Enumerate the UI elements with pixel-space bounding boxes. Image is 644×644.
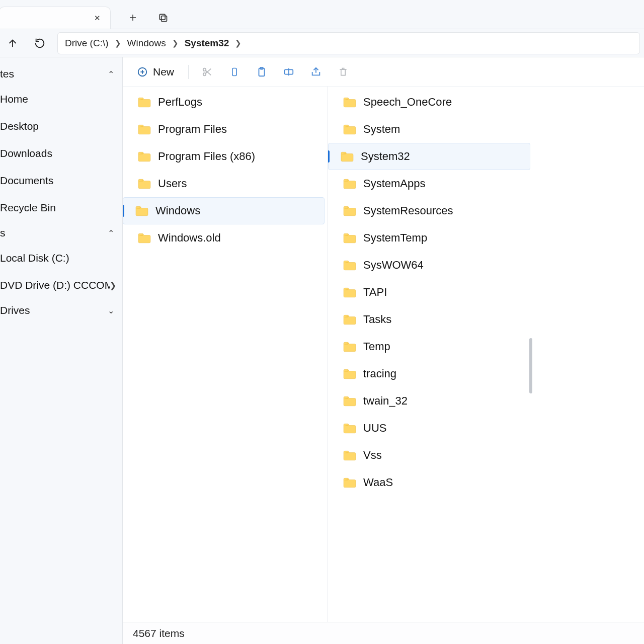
chevron-up-icon: ⌃: [108, 69, 114, 79]
folder-icon: [138, 232, 151, 244]
folder-row[interactable]: Program Files: [123, 116, 328, 143]
close-tab-button[interactable]: ✕: [90, 11, 104, 25]
folder-row[interactable]: SystemTemp: [328, 224, 533, 252]
folder-icon: [343, 287, 356, 298]
folder-row[interactable]: System32: [328, 143, 530, 170]
folder-icon: [135, 205, 148, 216]
folder-row[interactable]: WaaS: [328, 469, 533, 496]
folder-row[interactable]: tracing: [328, 360, 533, 387]
folder-row[interactable]: PerfLogs: [123, 89, 328, 116]
rename-button[interactable]: [280, 63, 297, 80]
folder-row[interactable]: System: [328, 116, 533, 143]
folder-icon: [343, 260, 356, 271]
sidebar-item[interactable]: Recycle Bin: [0, 194, 122, 221]
item-count: 4567 items: [133, 627, 185, 639]
copy-button[interactable]: [226, 63, 243, 80]
share-button[interactable]: [307, 63, 325, 80]
folder-name: Speech_OneCore: [363, 96, 452, 109]
chevron-right-icon: ❯: [169, 39, 182, 48]
sidebar-section-favorites[interactable]: tes ⌃: [0, 62, 122, 86]
folder-row[interactable]: SystemResources: [328, 197, 533, 224]
sidebar-item[interactable]: Downloads: [0, 140, 122, 167]
status-bar: 4567 items: [123, 622, 644, 644]
breadcrumb-segment[interactable]: Drive (C:\): [63, 36, 111, 51]
sidebar-item-label: Downloads: [0, 147, 52, 159]
sidebar-item[interactable]: Documents: [0, 167, 122, 194]
folder-name: SysWOW64: [363, 259, 424, 272]
refresh-button[interactable]: [30, 34, 49, 53]
folder-icon: [343, 124, 356, 135]
folder-name: SystemResources: [363, 204, 453, 217]
folder-icon: [343, 477, 356, 488]
paste-button[interactable]: [253, 63, 270, 80]
column-drive-root[interactable]: PerfLogsProgram FilesProgram Files (x86)…: [123, 87, 328, 622]
up-button[interactable]: [3, 34, 22, 53]
plus-icon: [128, 13, 137, 22]
folder-name: Windows.old: [158, 231, 221, 245]
folder-row[interactable]: Program Files (x86): [123, 143, 328, 170]
clipboard-icon: [256, 66, 267, 78]
sidebar-section-thispc[interactable]: s ⌃: [0, 221, 122, 245]
share-icon: [310, 66, 321, 77]
folder-row[interactable]: SysWOW64: [328, 252, 533, 279]
breadcrumb-segment-current[interactable]: System32: [183, 36, 231, 51]
folder-row[interactable]: Tasks: [328, 306, 533, 333]
folder-row[interactable]: Speech_OneCore: [328, 89, 533, 116]
copy-icon: [229, 66, 239, 78]
sidebar-item-label: DVD Drive (D:) CCCOMA_: [0, 279, 110, 291]
file-area: New PerfLogsProgram FilesProgram Files (…: [123, 57, 644, 644]
folder-name: Temp: [363, 340, 390, 353]
tab-overview-button[interactable]: [155, 10, 171, 26]
folder-name: SystemTemp: [363, 231, 427, 245]
sidebar-item-label: Desktop: [0, 120, 39, 132]
folder-icon: [138, 97, 151, 108]
sidebar-section-drives[interactable]: Drives ⌄: [0, 299, 122, 322]
breadcrumb-label: Windows: [127, 38, 166, 49]
folder-row[interactable]: Temp: [328, 333, 533, 360]
folder-name: Vss: [363, 449, 382, 462]
folder-name: WaaS: [363, 476, 393, 489]
sidebar-item[interactable]: Desktop: [0, 113, 122, 140]
folder-row[interactable]: Windows: [123, 197, 325, 224]
command-bar: New: [123, 57, 644, 87]
new-button[interactable]: New: [133, 63, 178, 81]
breadcrumb-segment[interactable]: Windows: [125, 36, 168, 51]
cut-button[interactable]: [199, 63, 216, 80]
chevron-up-icon: ⌃: [108, 228, 114, 238]
sidebar-item[interactable]: DVD Drive (D:) CCCOMA_❯: [0, 272, 122, 299]
folder-icon: [138, 178, 151, 189]
folder-row[interactable]: Vss: [328, 442, 533, 469]
folder-icon: [343, 314, 356, 325]
folder-row[interactable]: Windows.old: [123, 224, 328, 252]
folder-row[interactable]: SystemApps: [328, 170, 533, 197]
sidebar-item-label: Local Disk (C:): [0, 252, 69, 264]
new-tab-button[interactable]: [125, 10, 141, 26]
plus-circle-icon: [137, 66, 148, 77]
close-icon: ✕: [94, 14, 101, 23]
navigation-bar: Drive (C:\) ❯ Windows ❯ System32 ❯: [0, 29, 644, 57]
folder-name: PerfLogs: [158, 96, 202, 109]
scissors-icon: [202, 66, 213, 77]
sidebar-section-label: Drives: [0, 304, 30, 316]
folder-icon: [341, 151, 354, 162]
folder-name: twain_32: [363, 394, 408, 408]
trash-icon: [338, 66, 348, 77]
sidebar-item-label: Recycle Bin: [0, 202, 56, 214]
sidebar-item[interactable]: Local Disk (C:): [0, 245, 122, 272]
sidebar-item[interactable]: Home: [0, 86, 122, 113]
folder-row[interactable]: twain_32: [328, 387, 533, 415]
delete-button[interactable]: [335, 63, 352, 80]
breadcrumb[interactable]: Drive (C:\) ❯ Windows ❯ System32 ❯: [57, 32, 640, 54]
column-windows[interactable]: Speech_OneCoreSystemSystem32SystemAppsSy…: [328, 87, 533, 622]
folder-name: SystemApps: [363, 177, 426, 190]
folder-row[interactable]: UUS: [328, 415, 533, 442]
folder-icon: [343, 232, 356, 244]
folder-name: UUS: [363, 422, 386, 435]
folder-name: TAPI: [363, 286, 387, 299]
folder-name: Tasks: [363, 313, 391, 326]
miller-columns: PerfLogsProgram FilesProgram Files (x86)…: [123, 87, 644, 622]
folder-icon: [343, 368, 356, 379]
folder-row[interactable]: Users: [123, 170, 328, 197]
active-tab[interactable]: ✕: [0, 7, 111, 29]
folder-row[interactable]: TAPI: [328, 279, 533, 306]
